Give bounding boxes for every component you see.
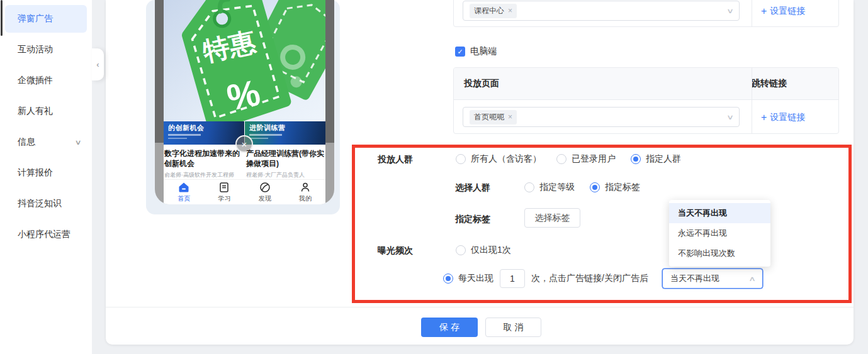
phone-preview-card: 特惠 % 的创新机会 进阶训练营 [146, 0, 340, 214]
sidebar-collapse-handle[interactable]: ‹ [92, 48, 104, 80]
mobile-page-select[interactable]: 课程中心 × ∨ [463, 1, 740, 21]
cancel-button-label: 取 消 [504, 322, 524, 333]
banner-subtext-bar [168, 138, 187, 139]
footer-divider [106, 307, 854, 307]
radio-icon[interactable] [456, 154, 466, 164]
column-header-page: 投放页面 [454, 78, 741, 89]
tab-label: 发现 [259, 194, 271, 203]
radio-option-specified-level[interactable]: 指定等级 [524, 182, 575, 193]
table-column-divider [752, 0, 752, 26]
banner-subtext-bar [249, 134, 282, 136]
popup-ad-settings-page: 弹窗广告 互动活动 企微插件 新人有礼 信息 ∨ 计算报价 抖音泛知识 小程 [0, 0, 868, 354]
radio-label: 仅出现1次 [471, 245, 511, 256]
phone-tabbar: 首页 学习 发现 [164, 179, 325, 204]
chip-label: 首页呃呃 [474, 112, 504, 123]
group-label: 选择人群 [455, 182, 490, 194]
banner-subtext-bar [168, 134, 201, 136]
sidebar-item-label: 新人有礼 [18, 106, 53, 117]
cancel-button[interactable]: 取 消 [485, 318, 541, 337]
banner-title: 的创新机会 [168, 123, 205, 133]
set-link-label: 设置链接 [770, 112, 805, 123]
audience-radio-group: 所有人（含访客） 已登录用户 指定人群 [456, 153, 681, 165]
table-column-divider [752, 68, 752, 133]
pc-checkbox[interactable]: ✓ [455, 47, 465, 57]
save-button[interactable]: 保 存 [421, 318, 478, 337]
sidebar-item-label: 企微插件 [18, 75, 53, 86]
course-instructor: 程老师·大厂产品负责人 [246, 171, 305, 179]
radio-icon[interactable] [524, 182, 534, 192]
set-link-button-pc[interactable]: + 设置链接 [761, 112, 805, 123]
chevron-down-icon: ∨ [726, 7, 734, 15]
pc-page-select[interactable]: 首页呃呃 × ∨ [463, 107, 740, 127]
set-link-button-mobile[interactable]: + 设置链接 [761, 6, 805, 17]
tab-label: 首页 [178, 194, 190, 203]
select-tag-button-label: 选择标签 [535, 213, 570, 224]
selected-page-chip: 课程中心 × [470, 4, 517, 18]
times-per-day-input[interactable] [500, 269, 525, 288]
radio-icon-checked[interactable] [590, 182, 600, 192]
daily-suffix-label: 次，点击广告链接/关闭广告后 [531, 273, 648, 284]
home-icon [178, 182, 189, 193]
tab-study: 学习 [204, 180, 244, 204]
course-title: 产品经理训练营(带你实操做项目) [246, 148, 326, 169]
pc-checkbox-label: 电脑端 [470, 46, 497, 57]
course-title: 数字化进程加速带来的创新机会 [164, 148, 244, 169]
person-icon [300, 182, 311, 193]
radio-option-show-once[interactable]: 仅出现1次 [456, 245, 511, 256]
sidebar-item-label: 弹窗广告 [18, 13, 53, 25]
pc-checkbox-row: ✓ 电脑端 [455, 46, 497, 57]
radio-option-specified-tag[interactable]: 指定标签 [590, 182, 640, 193]
radio-label: 所有人（含访客） [471, 153, 541, 165]
after-action-select-value: 当天不再出现 [670, 273, 719, 284]
sidebar-item-price-calculator[interactable]: 计算报价 [5, 159, 87, 187]
sidebar-item-wecom-plugin[interactable]: 企微插件 [5, 67, 87, 94]
sidebar-item-douyin-knowledge[interactable]: 抖音泛知识 [5, 190, 87, 218]
sidebar-item-label: 互动活动 [18, 44, 53, 55]
radio-option-everyone[interactable]: 所有人（含访客） [456, 153, 541, 165]
audience-label: 投放人群 [378, 154, 413, 165]
select-tag-button[interactable]: 选择标签 [524, 208, 580, 228]
specified-tag-label: 指定标签 [455, 214, 490, 225]
sidebar-item-info[interactable]: 信息 ∨ [5, 128, 87, 156]
radio-option-specified-audience[interactable]: 指定人群 [631, 153, 681, 165]
plus-icon: + [761, 113, 767, 123]
dropdown-option-never-again[interactable]: 永远不再出现 [669, 223, 770, 243]
sidebar-item-interactive-activities[interactable]: 互动活动 [5, 36, 87, 64]
tab-discover: 发现 [245, 180, 285, 204]
radio-label: 指定标签 [605, 182, 640, 193]
column-header-link: 跳转链接 [741, 78, 787, 89]
dropdown-option-not-today[interactable]: 当天不再出现 [669, 203, 770, 223]
document-icon [218, 182, 230, 193]
sidebar-menu: 弹窗广告 互动活动 企微插件 新人有礼 信息 ∨ 计算报价 抖音泛知识 小程 [0, 5, 92, 252]
save-button-label: 保 存 [439, 322, 459, 333]
discover-icon [259, 182, 271, 193]
radio-icon[interactable] [456, 245, 466, 255]
dropdown-option-no-effect[interactable]: 不影响出现次数 [669, 243, 770, 263]
frequency-daily-row: 每天出现 次，点击广告链接/关闭广告后 当天不再出现 ∧ [443, 268, 763, 289]
plus-icon: + [761, 6, 767, 16]
chip-remove-icon[interactable]: × [508, 113, 512, 121]
chevron-up-icon: ∧ [748, 275, 756, 283]
frequency-label: 曝光频次 [378, 245, 413, 257]
sidebar-item-popup-ads[interactable]: 弹窗广告 [5, 5, 87, 33]
radio-icon[interactable] [556, 154, 566, 164]
banner-subtext-bar [249, 138, 268, 139]
daily-prefix-label: 每天出现 [458, 273, 493, 284]
selected-page-chip: 首页呃呃 × [470, 110, 517, 124]
sidebar-item-newcomer-gift[interactable]: 新人有礼 [5, 97, 87, 125]
sidebar-item-miniprogram-operation[interactable]: 小程序代运营 [5, 221, 87, 248]
course-instructor: 俞老师·高级软件开发工程师 [164, 171, 234, 179]
tab-mine: 我的 [285, 180, 325, 204]
radio-icon-checked[interactable] [443, 274, 453, 284]
radio-label: 指定人群 [646, 153, 681, 165]
group-radio-group: 指定等级 指定标签 [524, 182, 640, 193]
radio-option-logged-in[interactable]: 已登录用户 [556, 153, 616, 165]
tab-label: 学习 [218, 194, 230, 203]
radio-icon-checked[interactable] [631, 154, 641, 164]
after-action-select[interactable]: 当天不再出现 ∧ [662, 268, 763, 289]
chip-label: 课程中心 [474, 6, 504, 16]
course-banner: 进阶训练营 [245, 121, 325, 145]
close-x-glyph: × [242, 140, 247, 149]
chip-remove-icon[interactable]: × [508, 7, 512, 14]
radio-label: 已登录用户 [572, 153, 616, 165]
